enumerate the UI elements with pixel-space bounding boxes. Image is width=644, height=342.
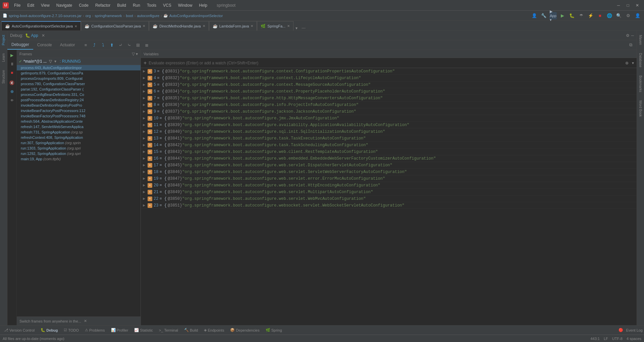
var-row-13[interactable]: ≡ 13 = { @3841} "org.springframework.boo… [141, 135, 637, 142]
tab-autoconfiguration[interactable]: ☕ AutoConfigurationImportSelector.java ✕ [1, 21, 81, 31]
avatar-button[interactable]: 👤 [634, 12, 641, 19]
step-out-btn[interactable]: ⬆ [108, 41, 116, 49]
debug-close[interactable]: ✕ [42, 33, 45, 38]
var-row-22[interactable]: ≡ 22 = { @3850} "org.springframework.boo… [141, 195, 637, 202]
var-row-8[interactable]: ≡ 8 = { @3836} "org.springframework.boot… [141, 102, 637, 108]
var-row-23[interactable]: ≡ 23 = { @3851} "org.springframework.boo… [141, 202, 637, 209]
var-toggle-10[interactable] [143, 116, 148, 121]
step-into-btn[interactable]: ⤵ [99, 41, 107, 49]
frame-item-0[interactable]: process:443, AutoConfigurationImpor [17, 65, 141, 70]
var-toggle-6[interactable] [143, 89, 148, 94]
var-row-14[interactable]: ≡ 14 = { @3842} "org.springframework.boo… [141, 142, 637, 149]
tab-statistic[interactable]: 📈 Statistic [131, 327, 156, 333]
var-toggle-17[interactable] [143, 163, 148, 168]
menu-tools[interactable]: Tools [144, 2, 159, 8]
search-button[interactable]: 🔍 [615, 12, 623, 19]
profile-run-button[interactable]: ⚡ [587, 12, 594, 19]
frames-list[interactable]: process:443, AutoConfigurationImpor getI… [17, 65, 141, 317]
var-row-5[interactable]: ≡ 5 = { @3833} "org.springframework.boot… [141, 81, 637, 88]
frame-item-11[interactable]: refresh:147, ServletWebServerApplica [17, 124, 141, 129]
menu-vcs[interactable]: VCS [160, 2, 174, 8]
line-separator[interactable]: LF [604, 337, 608, 341]
tab-more-button[interactable]: ⋯ [300, 26, 308, 31]
var-row-19[interactable]: ≡ 19 = { @3847} "org.springframework.boo… [141, 175, 637, 182]
tab-close-4[interactable]: ✕ [287, 24, 290, 28]
frames-btn[interactable]: ⊞ [134, 41, 142, 49]
debugger-tab[interactable]: Debugger [7, 40, 33, 50]
frame-item-6[interactable]: postProcessBeanDefinitionRegistry:24 [17, 97, 141, 103]
frame-item-9[interactable]: invokeBeanFactoryPostProcessors:748 [17, 113, 141, 119]
tab-directmethodhandle[interactable]: ☕ DirectMethodHandle.java ✕ [149, 21, 209, 31]
breadcrumb-springframework[interactable]: springframework [95, 14, 122, 18]
step-over-btn[interactable]: ⤴ [90, 41, 98, 49]
menu-refactor[interactable]: Refactor [93, 2, 113, 8]
breadcrumb-class[interactable]: AutoConfigurationImportSelector [169, 14, 223, 18]
frame-item-4[interactable]: parse:192, ConfigurationClassParser ( [17, 87, 141, 92]
var-toggle-21[interactable] [143, 189, 148, 194]
stop-debug-btn[interactable]: ■ [8, 69, 16, 77]
tab-profiler[interactable]: 📊 Profiler [108, 327, 131, 333]
stop-button[interactable]: ■ [596, 12, 604, 19]
menu-navigate[interactable]: Navigate [54, 2, 75, 8]
frame-item-5[interactable]: processConfigBeanDefinitions:331, Co [17, 92, 141, 97]
eval-expand-btn[interactable]: ⊕ [625, 61, 629, 65]
event-log-label[interactable]: Event Log [626, 328, 643, 332]
sidebar-wordbook[interactable]: Word Book [637, 96, 644, 121]
maximize-button[interactable]: □ [624, 2, 632, 9]
settings-btn2[interactable]: ≣ [143, 41, 151, 49]
debug-settings[interactable]: ⚙ [626, 33, 630, 38]
frame-item-3[interactable]: process:780, ConfigurationClassParser [17, 81, 141, 87]
var-toggle-16[interactable] [143, 156, 148, 161]
tab-close-1[interactable]: ✕ [143, 24, 145, 28]
frame-item-1[interactable]: getImports:879, ConfigurationClassPa [17, 70, 141, 76]
frames-dropdown[interactable]: ▾ [136, 52, 138, 56]
var-toggle-18[interactable] [143, 169, 148, 174]
sidebar-database[interactable]: Database [637, 49, 644, 71]
var-toggle-15[interactable] [143, 149, 148, 154]
tab-endpoints[interactable]: ◈ Endpoints [201, 327, 227, 333]
tab-springfa[interactable]: 🌿 SpringFa... ✕ [257, 21, 293, 31]
profile-button[interactable]: 👤 [531, 12, 538, 19]
debug-button[interactable]: 🐛 [568, 12, 576, 19]
var-toggle-8[interactable] [143, 102, 148, 107]
var-toggle-12[interactable] [143, 129, 148, 134]
run-config-button[interactable]: ▶ App ▾ [549, 12, 557, 19]
close-button[interactable]: ✕ [633, 2, 641, 9]
frame-item-16[interactable]: run:1292, SpringApplication (org.spri [17, 151, 141, 156]
var-row-4[interactable]: ≡ 4 = { @3832} "org.springframework.boot… [141, 75, 637, 81]
cursor-position[interactable]: 443:1 [590, 337, 600, 341]
var-row-6[interactable]: ≡ 6 = { @3834} "org.springframework.boot… [141, 88, 637, 95]
indent[interactable]: 4 spaces [627, 337, 641, 341]
sidebar-learn[interactable]: Learn [0, 49, 7, 66]
minimize-button[interactable]: ─ [614, 2, 623, 9]
sidebar-bookmarks[interactable]: Bookmarks [637, 71, 644, 96]
event-log-btn[interactable]: 🔴 [619, 328, 623, 332]
tab-configurationparser[interactable]: ☕ ConfigurationClassParser.java ✕ [81, 21, 149, 31]
actuator-tab[interactable]: Actuator [56, 41, 79, 49]
var-toggle-3[interactable] [143, 69, 148, 74]
breadcrumb-autoconfigure[interactable]: autoconfigure [137, 14, 159, 18]
var-toggle-9[interactable] [143, 109, 148, 114]
breadcrumb-jar[interactable]: spring-boot-autoconfigure-2.7.10-sources… [9, 14, 82, 18]
layout-btn[interactable]: ⧉ [627, 41, 635, 49]
var-toggle-11[interactable] [143, 122, 148, 127]
var-row-10[interactable]: ≡ 10 = { @3838} "org.springframework.boo… [141, 115, 637, 122]
var-row-3[interactable]: ≡ 3 = { @3831} "org.springframework.boot… [141, 68, 637, 75]
var-row-16[interactable]: ≡ 16 = { @3844} "org.springframework.boo… [141, 155, 637, 162]
variables-list[interactable]: ≡ 3 = { @3831} "org.springframework.boot… [141, 68, 637, 325]
frame-item-7[interactable]: invokeBeanDefinitionRegistryPostPro [17, 103, 141, 108]
sidebar-project[interactable]: Project [0, 31, 7, 49]
run-cursor-btn[interactable]: ⤶ [116, 41, 124, 49]
viewbreakpoints-btn[interactable]: ⊕ [8, 88, 16, 96]
run-button[interactable]: ▶ [559, 12, 566, 19]
frame-item-15[interactable]: run:1303, SpringApplication (org.spri [17, 146, 141, 151]
translate-button[interactable]: 🌐 [606, 12, 613, 19]
var-row-20[interactable]: ≡ 20 = { @3848} "org.springframework.boo… [141, 182, 637, 189]
var-row-7[interactable]: ≡ 7 = { @3835} "org.springframework.boot… [141, 95, 637, 102]
tab-spring[interactable]: 🌿 Spring [263, 327, 285, 333]
tab-debug[interactable]: 🐛 Debug [38, 327, 60, 333]
tab-build[interactable]: 🔨 Build [181, 327, 201, 333]
var-toggle-5[interactable] [143, 82, 148, 87]
menu-code[interactable]: Code [76, 2, 91, 8]
sidebar-structure[interactable]: Structure [0, 66, 7, 88]
